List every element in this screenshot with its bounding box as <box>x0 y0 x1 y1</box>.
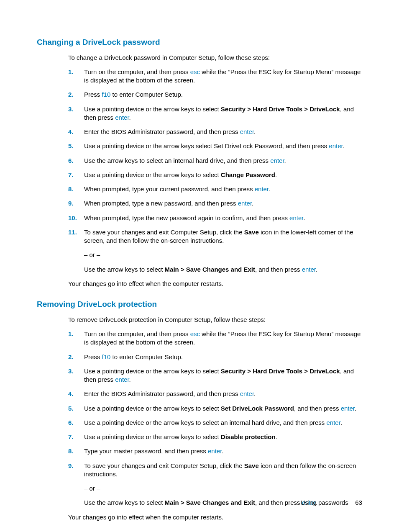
step-number: 4. <box>68 128 84 136</box>
save-label: Save <box>244 462 259 469</box>
step-item: 2. Press f10 to enter Computer Setup. <box>68 353 362 361</box>
step-number: 7. <box>68 433 84 441</box>
heading-changing-drivelock-password: Changing a DriveLock password <box>37 37 362 48</box>
step-item: 8. Type your master password, and then p… <box>68 447 362 455</box>
key-enter: enter <box>327 419 340 426</box>
step-number: 6. <box>68 419 84 427</box>
footer-label: Using passwords <box>300 499 348 506</box>
key-f10: f10 <box>102 353 111 360</box>
step-number: 3. <box>68 367 84 384</box>
step-item: 1. Turn on the computer, and then press … <box>68 68 362 85</box>
step-text: Use a pointing device or the arrow keys … <box>84 419 362 427</box>
step-item: 5. Use a pointing device or the arrow ke… <box>68 142 362 150</box>
intro-text: To remove DriveLock protection in Comput… <box>68 316 362 324</box>
step-text: Use a pointing device or the arrow keys … <box>84 142 362 150</box>
or-separator: – or – <box>84 251 362 259</box>
step-item: 4. Enter the BIOS Administrator password… <box>68 128 362 136</box>
or-separator: – or – <box>84 484 362 493</box>
key-enter: enter <box>270 157 284 164</box>
step-item: 6. Use a pointing device or the arrow ke… <box>68 419 362 427</box>
menu-path: Security > Hard Drive Tools > DriveLock <box>221 105 340 113</box>
intro-text: To change a DriveLock password in Comput… <box>68 54 362 62</box>
key-enter: enter <box>238 200 252 207</box>
step-text: Enter the BIOS Administrator password, a… <box>84 390 362 398</box>
step-text: When prompted, type the new password aga… <box>84 214 362 222</box>
step-text: To save your changes and exit Computer S… <box>84 228 362 274</box>
step-text: Press f10 to enter Computer Setup. <box>84 353 362 361</box>
step-item: 4. Enter the BIOS Administrator password… <box>68 390 362 398</box>
step-number: 11. <box>68 228 84 274</box>
step-item: 3. Use a pointing device or the arrow ke… <box>68 367 362 384</box>
key-enter: enter <box>341 405 355 412</box>
step-text: Type your master password, and then pres… <box>84 447 362 455</box>
step-number: 9. <box>68 462 84 507</box>
step-text: Use the arrow keys to select an internal… <box>84 157 362 165</box>
step-number: 9. <box>68 199 84 208</box>
step-number: 2. <box>68 90 84 99</box>
menu-path: Main > Save Changes and Exit <box>165 266 255 273</box>
step-text: Use a pointing device or the arrow keys … <box>84 171 362 179</box>
step-item: 6. Use the arrow keys to select an inter… <box>68 157 362 165</box>
step-text: Use a pointing device or the arrow keys … <box>84 404 362 413</box>
step-item: 9. When prompted, type a new password, a… <box>68 199 362 208</box>
key-enter: enter <box>329 142 343 149</box>
steps-list-changing: 1. Turn on the computer, and then press … <box>68 68 362 274</box>
page-footer: Using passwords 63 <box>300 499 362 507</box>
step-item: 10. When prompted, type the new password… <box>68 214 362 222</box>
menu-path: Main > Save Changes and Exit <box>165 499 255 506</box>
step-item: 7. Use a pointing device or the arrow ke… <box>68 433 362 441</box>
step-number: 4. <box>68 390 84 398</box>
menu-item: Set DriveLock Password <box>221 405 294 412</box>
closing-text: Your changes go into effect when the com… <box>68 280 362 288</box>
menu-path: Security > Hard Drive Tools > DriveLock <box>221 368 340 375</box>
step-text: Turn on the computer, and then press esc… <box>84 330 362 347</box>
key-enter: enter <box>255 185 269 193</box>
step-item: 11. To save your changes and exit Comput… <box>68 228 362 274</box>
step-number: 5. <box>68 404 84 413</box>
step-text: Turn on the computer, and then press esc… <box>84 68 362 85</box>
menu-item: Disable protection <box>221 433 276 440</box>
key-enter: enter <box>289 214 303 221</box>
step-item: 2. Press f10 to enter Computer Setup. <box>68 90 362 99</box>
step-number: 7. <box>68 171 84 179</box>
key-enter: enter <box>302 266 316 273</box>
key-enter: enter <box>115 376 129 383</box>
step-number: 6. <box>68 157 84 165</box>
step-text: Use a pointing device or the arrow keys … <box>84 367 362 384</box>
step-number: 5. <box>68 142 84 150</box>
step-number: 1. <box>68 68 84 85</box>
step-text: When prompted, type your current passwor… <box>84 185 362 193</box>
menu-item: Change Password <box>221 171 275 178</box>
step-item: 1. Turn on the computer, and then press … <box>68 330 362 347</box>
key-enter: enter <box>240 128 254 135</box>
steps-list-removing: 1. Turn on the computer, and then press … <box>68 330 362 507</box>
step-item: 3. Use a pointing device or the arrow ke… <box>68 105 362 122</box>
step-text: Enter the BIOS Administrator password, a… <box>84 128 362 136</box>
step-text: Use a pointing device or the arrow keys … <box>84 433 362 441</box>
step-item: 5. Use a pointing device or the arrow ke… <box>68 404 362 413</box>
step-number: 8. <box>68 185 84 193</box>
key-esc: esc <box>190 330 200 337</box>
closing-text: Your changes go into effect when the com… <box>68 513 362 522</box>
step-number: 8. <box>68 447 84 455</box>
key-enter: enter <box>115 114 129 121</box>
step-number: 1. <box>68 330 84 347</box>
step-number: 10. <box>68 214 84 222</box>
page-number: 63 <box>355 499 362 506</box>
key-enter: enter <box>208 447 222 455</box>
heading-removing-drivelock-protection: Removing DriveLock protection <box>37 299 362 310</box>
step-item: 8. When prompted, type your current pass… <box>68 185 362 193</box>
key-esc: esc <box>190 68 200 75</box>
step-item: 7. Use a pointing device or the arrow ke… <box>68 171 362 179</box>
step-text: Use a pointing device or the arrow keys … <box>84 105 362 122</box>
step-number: 3. <box>68 105 84 122</box>
key-enter: enter <box>240 390 254 397</box>
step-number: 2. <box>68 353 84 361</box>
save-label: Save <box>244 229 259 236</box>
step-text: Press f10 to enter Computer Setup. <box>84 90 362 99</box>
key-f10: f10 <box>102 91 111 98</box>
step-text: When prompted, type a new password, and … <box>84 199 362 208</box>
